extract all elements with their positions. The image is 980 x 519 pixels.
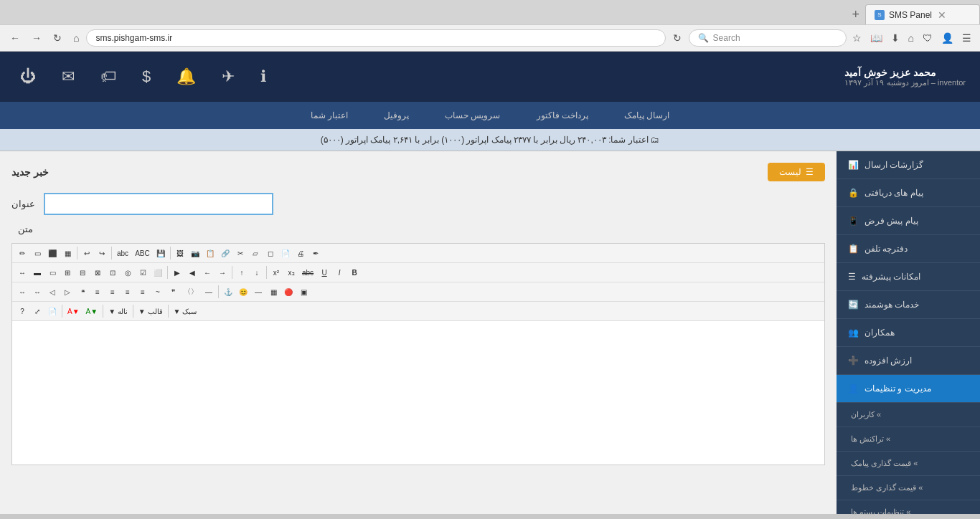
tb-align-justify[interactable]: ≡ bbox=[136, 285, 150, 299]
tb-align-right[interactable]: ≡ bbox=[105, 285, 120, 299]
tb-save[interactable]: 💾 bbox=[154, 246, 168, 260]
sidebar-sub-sms-pricing[interactable]: » قیمت گذاری پیامک bbox=[837, 452, 980, 476]
search-bar[interactable]: 🔍 Search bbox=[689, 29, 847, 47]
tb-align-j[interactable]: → bbox=[215, 265, 230, 280]
tag-icon[interactable]: 🏷 bbox=[95, 62, 122, 92]
dollar-icon[interactable]: $ bbox=[136, 62, 156, 92]
sidebar-item-send-reports[interactable]: گزارشات ارسال 📊 bbox=[837, 151, 980, 179]
tb-rtl-para[interactable]: ↔ bbox=[30, 285, 44, 299]
tb-superscript[interactable]: x² bbox=[269, 265, 283, 280]
active-tab[interactable]: S SMS Panel ✕ bbox=[865, 4, 980, 24]
tb-frame2[interactable]: ◻ bbox=[263, 246, 278, 260]
account-button[interactable]: 👤 bbox=[938, 29, 956, 47]
tb-style-dd[interactable]: ▼ سبک bbox=[171, 304, 200, 318]
tb-anchor[interactable]: ⚓ bbox=[221, 285, 235, 299]
tb-box[interactable]: ▭ bbox=[45, 265, 60, 280]
sidebar-sub-transactions[interactable]: » تراکنش ها bbox=[837, 427, 980, 452]
sidebar-item-received[interactable]: پیام های دریافتی 🔒 bbox=[837, 179, 980, 207]
tb-grid2[interactable]: ⊟ bbox=[75, 265, 90, 280]
tb-align-left[interactable]: ≡ bbox=[90, 285, 105, 299]
new-tab-button[interactable]: + bbox=[846, 7, 865, 22]
editor-area[interactable] bbox=[12, 321, 824, 465]
sidebar-item-management[interactable]: مدیریت و تنظیمات 👤 bbox=[837, 375, 980, 403]
tb-help[interactable]: ? bbox=[15, 304, 29, 318]
url-bar[interactable] bbox=[86, 29, 665, 47]
tb-sq[interactable]: ⬜ bbox=[151, 265, 165, 280]
tb-code[interactable]: 〈〉 bbox=[181, 285, 201, 299]
sidebar-item-preset[interactable]: پیام پیش فرض 📱 bbox=[837, 207, 980, 235]
sidebar-sub-line-pricing[interactable]: » قیمت گذاری خطوط bbox=[837, 476, 980, 500]
info-icon[interactable]: ℹ bbox=[255, 62, 272, 92]
sidebar-item-smart[interactable]: خدمات هوشمند 🔄 bbox=[837, 291, 980, 319]
tb-quote[interactable]: ❝ bbox=[75, 285, 90, 299]
top-nav-item-4[interactable]: اعتبار شما bbox=[303, 105, 355, 126]
refresh-button[interactable]: ↻ bbox=[49, 29, 66, 47]
shield-button[interactable]: 🛡 bbox=[920, 29, 936, 47]
tb-grid3[interactable]: ⊠ bbox=[90, 265, 105, 280]
menu-button[interactable]: ☰ bbox=[959, 29, 974, 47]
top-nav-item-1[interactable]: پرداخت فاکتور bbox=[529, 105, 595, 126]
power-icon[interactable]: ⏻ bbox=[14, 62, 42, 92]
sidebar-item-phonebook[interactable]: دفترچه تلفن 📋 bbox=[837, 235, 980, 263]
tb-camera[interactable]: 📷 bbox=[188, 246, 202, 260]
bell-icon[interactable]: 🔔 bbox=[171, 62, 202, 92]
tb-align-c[interactable]: ← bbox=[200, 265, 215, 280]
tb-blockquote[interactable]: ❞ bbox=[166, 285, 180, 299]
tb-align-r[interactable]: ▶ bbox=[170, 265, 184, 280]
tb-source[interactable]: 📄 bbox=[45, 304, 60, 318]
tb-maximize[interactable]: ⤢ bbox=[30, 304, 44, 318]
tb-circle[interactable]: ◎ bbox=[121, 265, 135, 280]
tb-doc[interactable]: 📄 bbox=[278, 246, 293, 260]
top-nav-item-0[interactable]: ارسال پیامک bbox=[617, 105, 677, 126]
tb-underline[interactable]: U bbox=[317, 265, 331, 280]
tb-strike[interactable]: abc bbox=[299, 265, 316, 280]
top-nav-item-3[interactable]: پروفیل bbox=[377, 105, 416, 126]
tb-link[interactable]: 🔗 bbox=[218, 246, 232, 260]
tb-check[interactable]: ☑ bbox=[136, 265, 150, 280]
tb-bold[interactable]: B bbox=[347, 265, 362, 280]
home-nav-button[interactable]: ⌂ bbox=[905, 29, 917, 47]
sidebar-sub-users[interactable]: » کاربران bbox=[837, 403, 980, 427]
tb-table2[interactable]: ▦ bbox=[266, 285, 281, 299]
refresh-url-button[interactable]: ↻ bbox=[669, 29, 686, 47]
send-icon[interactable]: ✈ bbox=[216, 62, 240, 92]
tb-align-center[interactable]: ≡ bbox=[121, 285, 135, 299]
tb-special2[interactable]: ▣ bbox=[296, 285, 311, 299]
tb-edit2[interactable]: ✒ bbox=[308, 246, 323, 260]
tb-pencil[interactable]: ✏ bbox=[15, 246, 29, 260]
forward-button[interactable]: → bbox=[27, 29, 46, 47]
tb-dash[interactable]: — bbox=[202, 285, 216, 299]
tb-redo[interactable]: ↪ bbox=[95, 246, 109, 260]
title-input[interactable] bbox=[44, 193, 273, 215]
tb-image[interactable]: 🖼 bbox=[173, 246, 187, 260]
tb-grid[interactable]: ⊞ bbox=[60, 265, 75, 280]
tb-rect1[interactable]: ▭ bbox=[30, 246, 44, 260]
sidebar-sub-bundle-settings[interactable]: » تنظیمات بسته ها bbox=[837, 500, 980, 519]
tb-italic[interactable]: I bbox=[332, 265, 347, 280]
download-button[interactable]: ⬇ bbox=[888, 29, 903, 47]
tb-hr[interactable]: ▬ bbox=[30, 265, 44, 280]
tb-hr2[interactable]: — bbox=[251, 285, 265, 299]
tb-grid4[interactable]: ⊡ bbox=[105, 265, 120, 280]
tb-font-size-dd[interactable]: ▼ ناله bbox=[105, 304, 131, 318]
sidebar-item-partners[interactable]: همکاران 👥 bbox=[837, 319, 980, 347]
tb-cut[interactable]: ✂ bbox=[233, 246, 248, 260]
home-button[interactable]: ⌂ bbox=[69, 29, 83, 47]
bookmark-star-button[interactable]: ☆ bbox=[849, 29, 864, 47]
tb-font-color[interactable]: A▼ bbox=[65, 304, 83, 318]
top-nav-item-2[interactable]: سرویس حساب bbox=[438, 105, 507, 126]
list-button[interactable]: ☰ لیست bbox=[768, 163, 825, 181]
tb-bg-color[interactable]: A▼ bbox=[83, 304, 101, 318]
tb-ol[interactable]: ↓ bbox=[250, 265, 264, 280]
tb-ul[interactable]: ↑ bbox=[235, 265, 249, 280]
tb-format-dd[interactable]: ▼ قالب bbox=[136, 304, 166, 318]
tb-special[interactable]: 🔴 bbox=[281, 285, 296, 299]
tb-print[interactable]: 🖨 bbox=[293, 246, 308, 260]
tb-spellcheck2[interactable]: ABC bbox=[132, 246, 153, 260]
tb-subscript[interactable]: x₂ bbox=[284, 265, 298, 280]
back-button[interactable]: ← bbox=[6, 29, 24, 47]
tab-close-button[interactable]: ✕ bbox=[938, 9, 946, 21]
tb-copy2[interactable]: ▦ bbox=[60, 246, 75, 260]
tb-spellcheck1[interactable]: abc bbox=[114, 246, 131, 260]
reader-mode-button[interactable]: 📖 bbox=[867, 29, 885, 47]
